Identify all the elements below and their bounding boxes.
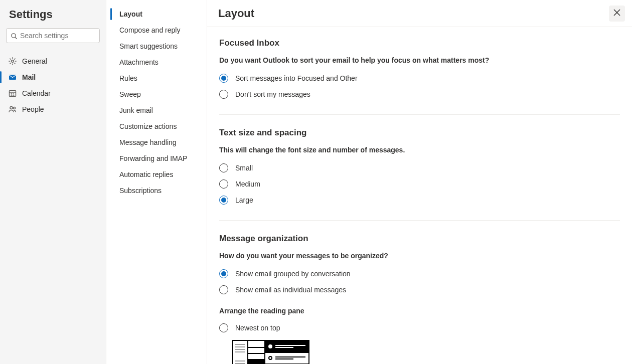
close-button[interactable] xyxy=(609,6,625,22)
radio-icon xyxy=(219,269,228,278)
radio-icon xyxy=(219,323,228,332)
textsize-option-2[interactable]: Large xyxy=(219,192,620,208)
people-icon xyxy=(8,105,17,114)
nav-item-label: People xyxy=(22,105,44,113)
arrange-label: Arrange the reading pane xyxy=(219,307,620,315)
section-heading: Message organization xyxy=(219,234,620,244)
subnav-item-layout[interactable]: Layout xyxy=(106,6,207,22)
focused-option-1[interactable]: Don't sort my messages xyxy=(219,86,620,102)
mail-icon xyxy=(8,73,17,82)
radio-label: Sort messages into Focused and Other xyxy=(235,74,358,82)
radio-label: Medium xyxy=(235,180,260,188)
nav-item-label: Mail xyxy=(22,73,36,81)
calendar-icon xyxy=(8,89,17,98)
subnav-item-customize-actions[interactable]: Customize actions xyxy=(106,118,207,134)
section-question: Do you want Outlook to sort your email t… xyxy=(219,56,620,64)
radio-icon xyxy=(219,163,228,172)
subnav-item-forwarding-and-imap[interactable]: Forwarding and IMAP xyxy=(106,150,207,166)
subnav-item-junk-email[interactable]: Junk email xyxy=(106,102,207,118)
page-title: Settings xyxy=(0,6,106,28)
subnav-item-automatic-replies[interactable]: Automatic replies xyxy=(106,166,207,183)
section-heading: Text size and spacing xyxy=(219,128,620,138)
section-heading: Focused Inbox xyxy=(219,38,620,48)
content-title: Layout xyxy=(218,7,254,20)
nav-item-general[interactable]: General xyxy=(0,53,106,69)
msgorg-option-1[interactable]: Show email as individual messages xyxy=(219,282,620,298)
radio-icon xyxy=(219,90,228,99)
radio-label: Small xyxy=(235,164,253,172)
radio-label: Don't sort my messages xyxy=(235,90,310,98)
radio-icon xyxy=(219,196,228,205)
nav-item-label: General xyxy=(22,57,47,65)
radio-icon xyxy=(219,74,228,83)
radio-icon xyxy=(219,285,228,294)
section-text-size: Text size and spacing This will change t… xyxy=(219,128,620,221)
section-focused-inbox: Focused Inbox Do you want Outlook to sor… xyxy=(219,38,620,115)
nav-item-people[interactable]: People xyxy=(0,101,106,117)
subnav-item-compose-and-reply[interactable]: Compose and reply xyxy=(106,22,207,38)
radio-icon xyxy=(219,179,228,189)
close-icon xyxy=(613,9,620,18)
section-question: How do you want your messages to be orga… xyxy=(219,252,620,260)
msgorg-option-0[interactable]: Show email grouped by conversation xyxy=(219,266,620,282)
reading-pane-illustration xyxy=(232,340,309,364)
section-question: This will change the font size and numbe… xyxy=(219,146,620,154)
subnav-item-attachments[interactable]: Attachments xyxy=(106,54,207,70)
subnav-item-message-handling[interactable]: Message handling xyxy=(106,134,207,150)
radio-label: Large xyxy=(235,196,253,204)
nav-item-label: Calendar xyxy=(22,89,51,97)
focused-option-0[interactable]: Sort messages into Focused and Other xyxy=(219,70,620,86)
subnav-item-subscriptions[interactable]: Subscriptions xyxy=(106,183,207,199)
radio-label: Show email as individual messages xyxy=(235,286,346,294)
search-icon xyxy=(11,32,17,39)
subnav-item-rules[interactable]: Rules xyxy=(106,70,207,86)
nav-item-calendar[interactable]: Calendar xyxy=(0,85,106,101)
radio-label: Show email grouped by conversation xyxy=(235,270,351,278)
radio-label: Newest on top xyxy=(235,324,280,332)
textsize-option-0[interactable]: Small xyxy=(219,160,620,176)
section-message-organization: Message organization How do you want you… xyxy=(219,234,620,364)
nav-item-mail[interactable]: Mail xyxy=(0,69,106,85)
textsize-option-1[interactable]: Medium xyxy=(219,176,620,192)
search-input[interactable] xyxy=(17,32,95,40)
arrange-option-newest-on-top[interactable]: Newest on top xyxy=(219,320,620,336)
gear-icon xyxy=(8,57,17,66)
subnav-item-smart-suggestions[interactable]: Smart suggestions xyxy=(106,38,207,54)
subnav-item-sweep[interactable]: Sweep xyxy=(106,86,207,102)
search-box[interactable] xyxy=(6,28,100,43)
